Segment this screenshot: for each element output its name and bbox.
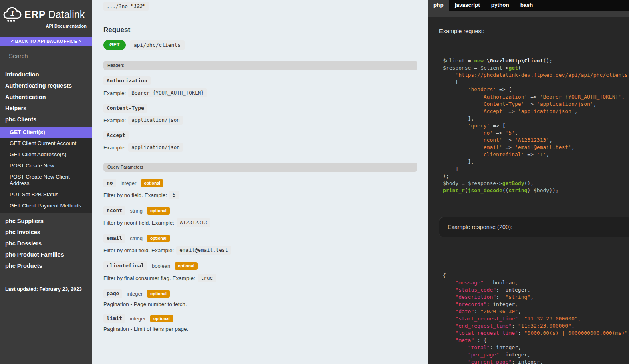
code-line: 'https://phcdatalink-dev.ftpweb.dev/api/…: [443, 72, 629, 79]
code-line: print_r(json_decode((string) $body));: [443, 187, 629, 194]
code-line: "current_page": integer,: [443, 358, 629, 364]
sidebar-item-phc-products[interactable]: phc Products: [0, 260, 92, 271]
headers-section-bar: Headers: [103, 61, 417, 70]
context-code-chip: .../?no="122": [103, 2, 149, 11]
param-item: page integer optional Pagination - Page …: [103, 289, 417, 307]
example-request-label: Example request:: [439, 28, 629, 34]
param-type: string: [130, 208, 143, 214]
tab-bash[interactable]: bash: [515, 0, 539, 11]
sidebar-item-authentication[interactable]: Authentication: [0, 91, 92, 103]
sidebar-subitem-put-set-b2b-status[interactable]: PUT Set B2B Status: [0, 189, 92, 200]
search-box[interactable]: [5, 52, 87, 63]
code-line: 'query' => [: [443, 122, 629, 129]
param-type: boolean: [152, 263, 170, 269]
sidebar-item-phc-dossiers[interactable]: phc Dossiers: [0, 238, 92, 249]
param-item: email string optional Filter by email fi…: [103, 234, 417, 255]
code-line: ]: [443, 165, 629, 173]
code-line: {: [443, 272, 629, 279]
code-line: "message": boolean,: [443, 279, 629, 286]
code-example-panel: phpjavascriptpythonbash Example request:…: [428, 0, 629, 364]
language-tabbar: phpjavascriptpythonbash: [428, 0, 629, 11]
code-line: [: [443, 79, 629, 86]
code-line: "nrecords": integer,: [443, 301, 629, 308]
phc-clients-subnav: GET Client(s)GET Client Current AccountG…: [0, 127, 92, 213]
sidebar-item-authenticating-requests[interactable]: Authenticating requests: [0, 80, 92, 91]
code-line: 'ncont' => 'A12312313',: [443, 137, 629, 144]
optional-badge: optional: [150, 315, 173, 322]
code-line: 'Accept' => 'application/json',: [443, 108, 629, 115]
tab-python[interactable]: python: [486, 0, 515, 11]
sidebar-item-phc-suppliers[interactable]: phc Suppliers: [0, 215, 92, 227]
last-updated: Last updated: February 23, 2023: [0, 278, 92, 292]
request-code-block: $client = new \GuzzleHttp\Client();$resp…: [428, 57, 629, 194]
param-item: no integer optional Filter by no field. …: [103, 179, 417, 199]
param-item: ncont string optional Filter by ncont fi…: [103, 206, 417, 227]
svg-text:1: 1: [10, 10, 14, 18]
sidebar-item-phc-invoices[interactable]: phc Invoices: [0, 227, 92, 238]
param-description: Filter by ncont field. Example:: [103, 220, 174, 226]
header-item: Authorization Example: Bearer {YOUR_AUTH…: [103, 76, 417, 97]
param-name-chip: email: [103, 234, 125, 243]
param-type: integer: [127, 291, 143, 297]
endpoint-row: GET api/phc/clients: [103, 40, 417, 50]
param-example-chip: true: [198, 274, 216, 282]
logo: 1 ERP Datalink: [0, 0, 92, 22]
search-input[interactable]: [9, 52, 89, 59]
param-type: integer: [130, 316, 146, 322]
sidebar-item-helpers[interactable]: Helpers: [0, 103, 92, 114]
back-to-backoffice-button[interactable]: < BACK TO API BACKOFFICE >: [0, 37, 92, 46]
param-example-chip: 5: [169, 191, 179, 199]
params-list: no integer optional Filter by no field. …: [103, 179, 417, 332]
code-line: "total_request_time": "0000.00(s) | 0000…: [443, 330, 629, 337]
sidebar-nav: IntroductionAuthenticating requestsAuthe…: [0, 69, 92, 271]
param-name-chip: ncont: [103, 206, 125, 215]
header-example-chip: application/json: [128, 116, 183, 125]
param-item: clientefinal boolean optional Filter by …: [103, 261, 417, 282]
code-line: ],: [443, 158, 629, 165]
param-description: Filter by final consumer flag. Example:: [103, 275, 195, 281]
tab-php[interactable]: php: [428, 0, 449, 11]
header-item: Content-Type Example: application/json: [103, 104, 417, 125]
response-code-block: { "message": boolean, "status_code": int…: [428, 272, 629, 364]
tab-javascript[interactable]: javascript: [449, 0, 486, 11]
sidebar-subitem-post-create-new[interactable]: POST Create New: [0, 160, 92, 171]
header-example-chip: Bearer {YOUR_AUTH_TOKEN}: [128, 88, 207, 97]
param-example-chip: email@email.test: [176, 246, 231, 255]
cloud-sync-logo-icon: 1: [3, 6, 22, 22]
header-name-chip: Accept: [103, 131, 129, 140]
headers-list: Authorization Example: Bearer {YOUR_AUTH…: [103, 76, 417, 152]
param-name-chip: limit: [103, 314, 125, 323]
code-line: "description": "string",: [443, 294, 629, 301]
sidebar-item-phc-clients[interactable]: phc Clients: [0, 114, 92, 125]
param-type: integer: [121, 180, 137, 186]
code-line: $response = $client->get(: [443, 64, 629, 72]
param-description: Pagination - Limit of itens per page.: [103, 326, 188, 332]
param-description: Filter by no field. Example:: [103, 192, 167, 198]
param-description: Filter by email field. Example:: [103, 247, 174, 253]
sidebar-subitem-get-client-s[interactable]: GET Client(s): [0, 127, 92, 138]
sidebar-item-introduction[interactable]: Introduction: [0, 69, 92, 80]
code-line: ],: [443, 115, 629, 122]
sidebar-subitem-get-client-current-account[interactable]: GET Client Current Account: [0, 138, 92, 149]
sidebar-subitem-post-create-new-client-address[interactable]: POST Create New Client Address: [0, 171, 92, 189]
code-line: "date": "2020-06-30",: [443, 308, 629, 315]
example-label: Example:: [103, 90, 126, 96]
param-name-chip: clientefinal: [103, 261, 147, 270]
param-description: Pagination - Page number to fetch.: [103, 301, 187, 307]
sidebar-subitem-get-client-payment-methods[interactable]: GET Client Payment Methods: [0, 200, 92, 211]
endpoint-path: api/phc/clients: [130, 40, 185, 50]
sidebar-item-phc-product-families[interactable]: phc Product Families: [0, 249, 92, 260]
code-line: );: [443, 173, 629, 180]
sidebar-subitem-get-client-addresse-s[interactable]: GET Client Addresse(s): [0, 149, 92, 160]
optional-badge: optional: [175, 262, 198, 270]
optional-badge: optional: [147, 235, 170, 242]
method-get-badge: GET: [103, 40, 126, 50]
param-name-chip: no: [103, 179, 116, 187]
brand-title: ERP Datalink: [24, 9, 85, 20]
code-line: "per_page": integer,: [443, 351, 629, 358]
optional-badge: optional: [147, 207, 170, 215]
code-line: 'no' => '5',: [443, 129, 629, 137]
code-line: 'Content-Type' => 'application/json',: [443, 101, 629, 108]
brand-subtitle: API Documentation: [0, 24, 92, 28]
example-label: Example:: [103, 145, 126, 151]
